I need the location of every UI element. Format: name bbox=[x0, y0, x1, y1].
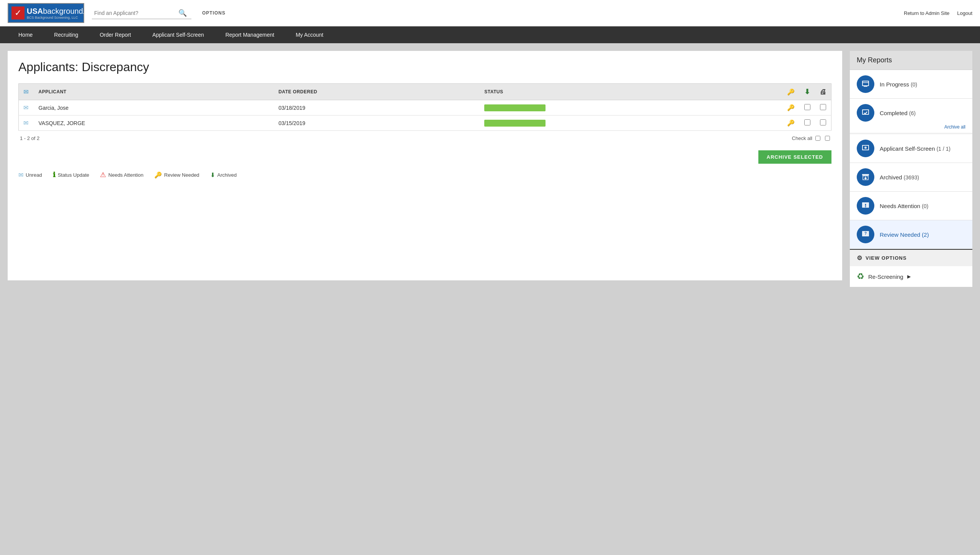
envelope-icon-row2: ✉ bbox=[23, 120, 28, 126]
rescreening-row[interactable]: ♻ Re-Screening ▶ bbox=[850, 266, 972, 287]
unread-icon: ✉ bbox=[18, 171, 23, 179]
rescreening-label: Re-Screening bbox=[868, 273, 903, 280]
top-bar-left: ✓ USAbackground.com BCS Background Scree… bbox=[8, 3, 229, 23]
search-bar: 🔍 bbox=[92, 7, 191, 19]
nav-my-account[interactable]: My Account bbox=[285, 26, 334, 43]
applicant-table: ✉ APPLICANT DATE ORDERED STATUS 🔑 ⬇ 🖨 bbox=[18, 83, 831, 131]
key-icon-header: 🔑 bbox=[787, 89, 795, 95]
sidebar-item-in-progress[interactable]: In Progress (0) bbox=[850, 70, 972, 99]
legend: ✉ Unread ℹ Status Update ⚠ Needs Attenti… bbox=[18, 164, 831, 179]
return-admin-link[interactable]: Return to Admin Site bbox=[904, 10, 949, 16]
check-all-area: Check all bbox=[792, 135, 830, 141]
logo-text: USAbackground.com BCS Background Screeni… bbox=[27, 7, 93, 20]
needs-attention-sidebar-icon bbox=[857, 197, 874, 215]
sidebar-item-needs-attention[interactable]: Needs Attention (0) bbox=[850, 192, 972, 220]
row1-download-checkbox[interactable] bbox=[804, 104, 810, 110]
page-title: Applicants: Discrepancy bbox=[18, 60, 831, 74]
archive-btn-row: ARCHIVE SELECTED bbox=[18, 150, 831, 164]
logo[interactable]: ✓ USAbackground.com BCS Background Scree… bbox=[8, 3, 84, 23]
check-all-col1[interactable] bbox=[815, 136, 820, 141]
top-bar: ✓ USAbackground.com BCS Background Scree… bbox=[0, 0, 980, 26]
rescreening-arrow-icon: ▶ bbox=[907, 274, 911, 279]
legend-needs-attention: ⚠ Needs Attention bbox=[100, 171, 144, 179]
status-update-label: Status Update bbox=[58, 172, 89, 178]
nav-home[interactable]: Home bbox=[8, 26, 43, 43]
th-key: 🔑 bbox=[782, 84, 800, 100]
th-download: ⬇ bbox=[800, 84, 815, 100]
row1-print-checkbox[interactable] bbox=[820, 104, 826, 110]
row2-print-checkbox[interactable] bbox=[820, 119, 826, 125]
th-date-ordered: DATE ORDERED bbox=[274, 84, 480, 100]
row1-download-check[interactable] bbox=[800, 100, 815, 116]
row2-download-checkbox[interactable] bbox=[804, 119, 810, 125]
nav-bar: Home Recruiting Order Report Applicant S… bbox=[0, 26, 980, 43]
check-all-col2[interactable] bbox=[825, 136, 830, 141]
review-needed-sidebar-label: Review Needed (2) bbox=[880, 231, 929, 238]
row1-envelope: ✉ bbox=[19, 100, 34, 116]
completed-icon bbox=[857, 104, 874, 122]
sidebar-item-self-screen[interactable]: Applicant Self-Screen (1 / 1) bbox=[850, 134, 972, 163]
sidebar-item-completed[interactable]: Completed (6) bbox=[850, 99, 972, 127]
view-options-label: VIEW OPTIONS bbox=[866, 255, 906, 261]
nav-order-report[interactable]: Order Report bbox=[89, 26, 142, 43]
svg-text:?: ? bbox=[864, 231, 867, 236]
content-area: Applicants: Discrepancy ✉ APPLICANT DATE… bbox=[8, 51, 842, 280]
sidebar-item-archived[interactable]: Archived (3693) bbox=[850, 163, 972, 192]
in-progress-icon bbox=[857, 75, 874, 93]
review-needed-icon: 🔑 bbox=[154, 171, 162, 179]
table-row: ✉ VASQUEZ, JORGE 03/15/2019 🔑 bbox=[19, 116, 831, 131]
review-needed-label: Review Needed bbox=[164, 172, 199, 178]
svg-point-8 bbox=[864, 146, 867, 149]
nav-report-management[interactable]: Report Management bbox=[215, 26, 285, 43]
status-bar-row1 bbox=[484, 104, 546, 111]
row1-status bbox=[480, 100, 782, 116]
needs-attention-icon: ⚠ bbox=[100, 171, 106, 179]
archive-all-link[interactable]: Archive all bbox=[850, 124, 972, 133]
main-layout: Applicants: Discrepancy ✉ APPLICANT DATE… bbox=[0, 43, 980, 295]
row1-applicant[interactable]: Garcia, Jose bbox=[34, 100, 274, 116]
th-status: STATUS bbox=[480, 84, 782, 100]
svg-point-15 bbox=[865, 206, 866, 207]
status-bar-row2 bbox=[484, 120, 546, 127]
row2-download-check[interactable] bbox=[800, 116, 815, 131]
sidebar-item-review-needed[interactable]: ? Review Needed (2) bbox=[850, 220, 972, 249]
unread-label: Unread bbox=[26, 172, 42, 178]
download-icon-header: ⬇ bbox=[804, 88, 810, 96]
logo-checkmark: ✓ bbox=[11, 7, 24, 20]
row2-print-check[interactable] bbox=[815, 116, 831, 131]
legend-archived: ⬇ Archived bbox=[210, 171, 237, 179]
sidebar: My Reports In Progress (0) bbox=[850, 51, 972, 287]
search-input[interactable] bbox=[94, 10, 178, 16]
status-update-icon: ℹ bbox=[53, 171, 56, 179]
th-applicant: APPLICANT bbox=[34, 84, 274, 100]
needs-attention-label: Needs Attention bbox=[108, 172, 144, 178]
table-row: ✉ Garcia, Jose 03/18/2019 🔑 bbox=[19, 100, 831, 116]
key-icon-row2[interactable]: 🔑 bbox=[787, 120, 795, 126]
gear-icon: ⚙ bbox=[857, 254, 862, 262]
legend-review-needed: 🔑 Review Needed bbox=[154, 171, 199, 179]
row1-date: 03/18/2019 bbox=[274, 100, 480, 116]
row2-status bbox=[480, 116, 782, 131]
logout-link[interactable]: Logout bbox=[957, 10, 972, 16]
envelope-icon-row1: ✉ bbox=[23, 104, 28, 111]
review-needed-sidebar-icon: ? bbox=[857, 226, 874, 243]
row2-key: 🔑 bbox=[782, 116, 800, 131]
check-all-label: Check all bbox=[792, 135, 812, 141]
self-screen-label: Applicant Self-Screen (1 / 1) bbox=[880, 145, 951, 152]
nav-recruiting[interactable]: Recruiting bbox=[43, 26, 89, 43]
search-icon[interactable]: 🔍 bbox=[178, 9, 187, 17]
archived-icon: ⬇ bbox=[210, 171, 215, 179]
row2-applicant[interactable]: VASQUEZ, JORGE bbox=[34, 116, 274, 131]
table-footer: 1 - 2 of 2 Check all bbox=[18, 131, 831, 146]
nav-applicant-self-screen[interactable]: Applicant Self-Screen bbox=[142, 26, 215, 43]
view-options-section: ⚙ VIEW OPTIONS bbox=[850, 249, 972, 266]
rescreening-icon: ♻ bbox=[857, 272, 864, 282]
key-icon-row1[interactable]: 🔑 bbox=[787, 104, 795, 111]
sidebar-title: My Reports bbox=[850, 51, 972, 70]
archived-sidebar-label: Archived (3693) bbox=[880, 174, 919, 181]
print-icon-header: 🖨 bbox=[820, 88, 827, 96]
row1-print-check[interactable] bbox=[815, 100, 831, 116]
legend-unread: ✉ Unread bbox=[18, 171, 42, 179]
archive-selected-button[interactable]: ARCHIVE SELECTED bbox=[758, 150, 831, 164]
options-button[interactable]: OPTIONS bbox=[199, 9, 229, 17]
